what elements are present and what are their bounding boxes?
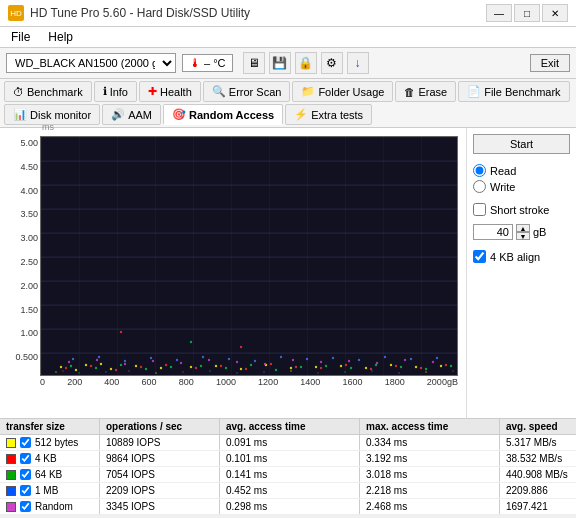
toolbar-icon-4[interactable]: ⚙ — [321, 52, 343, 74]
title-bar: HD HD Tune Pro 5.60 - Hard Disk/SSD Util… — [0, 0, 576, 27]
svg-point-22 — [365, 367, 367, 369]
svg-point-107 — [425, 371, 427, 373]
health-icon: ✚ — [148, 85, 157, 98]
read-label: Read — [490, 165, 516, 177]
svg-point-77 — [436, 357, 438, 359]
maximize-button[interactable]: □ — [514, 4, 540, 22]
svg-point-62 — [190, 341, 192, 343]
td-ops-3: 2209 IOPS — [100, 483, 220, 498]
toolbar-icon-download[interactable]: ↓ — [347, 52, 369, 74]
menu-help[interactable]: Help — [45, 29, 76, 45]
td-label-1: 4 KB — [0, 451, 100, 466]
temperature-display: 🌡 – °C — [182, 54, 233, 72]
svg-point-78 — [68, 361, 70, 363]
row-checkbox-3[interactable] — [20, 485, 31, 496]
tab-error-scan[interactable]: 🔍 Error Scan — [203, 81, 291, 102]
y-axis-unit: ms — [42, 122, 54, 132]
legend-color-4 — [6, 502, 16, 512]
spin-down-button[interactable]: ▼ — [516, 232, 530, 240]
x-label-800: 800 — [179, 377, 194, 387]
write-label: Write — [490, 181, 515, 193]
td-max-access-1: 3.192 ms — [360, 451, 500, 466]
y-label-100: 1.00 — [8, 328, 38, 338]
tab-benchmark[interactable]: ⏱ Benchmark — [4, 81, 92, 102]
svg-point-92 — [55, 371, 57, 373]
tab-aam[interactable]: 🔊 AAM — [102, 104, 161, 125]
row-checkbox-2[interactable] — [20, 469, 31, 480]
tab-folder-usage-label: Folder Usage — [318, 86, 384, 98]
write-radio-label[interactable]: Write — [473, 180, 570, 193]
start-button[interactable]: Start — [473, 134, 570, 154]
tab-disk-monitor-label: Disk monitor — [30, 109, 91, 121]
svg-point-27 — [100, 363, 102, 365]
tab-random-access[interactable]: 🎯 Random Access — [163, 104, 283, 125]
svg-point-83 — [208, 359, 210, 361]
y-label-450: 4.50 — [8, 162, 38, 172]
menu-file[interactable]: File — [8, 29, 33, 45]
read-radio-label[interactable]: Read — [473, 164, 570, 177]
read-radio[interactable] — [473, 164, 486, 177]
td-avg-speed-3: 2209.886 — [500, 483, 576, 498]
tab-health-label: Health — [160, 86, 192, 98]
svg-point-89 — [376, 362, 378, 364]
file-benchmark-icon: 📄 — [467, 85, 481, 98]
legend-color-1 — [6, 454, 16, 464]
benchmark-icon: ⏱ — [13, 86, 24, 98]
tab-benchmark-label: Benchmark — [27, 86, 83, 98]
stroke-value-input[interactable] — [473, 224, 513, 240]
svg-point-42 — [420, 367, 422, 369]
tab-erase[interactable]: 🗑 Erase — [395, 81, 456, 102]
row-checkbox-1[interactable] — [20, 453, 31, 464]
erase-icon: 🗑 — [404, 86, 415, 98]
write-radio[interactable] — [473, 180, 486, 193]
svg-point-88 — [348, 360, 350, 362]
spin-up-button[interactable]: ▲ — [516, 224, 530, 232]
svg-point-87 — [320, 361, 322, 363]
toolbar-icons: 🖥 💾 🔒 ⚙ ↓ — [243, 52, 369, 74]
svg-point-44 — [120, 331, 122, 333]
tab-info[interactable]: ℹ Info — [94, 81, 137, 102]
row-checkbox-4[interactable] — [20, 501, 31, 512]
svg-point-54 — [275, 369, 277, 371]
x-label-1400: 1400 — [300, 377, 320, 387]
toolbar-icon-1[interactable]: 🖥 — [243, 52, 265, 74]
tab-erase-label: Erase — [418, 86, 447, 98]
svg-point-67 — [176, 359, 178, 361]
toolbar-icon-3[interactable]: 🔒 — [295, 52, 317, 74]
tab-file-benchmark-label: File Benchmark — [484, 86, 560, 98]
table-row: 64 KB 7054 IOPS 0.141 ms 3.018 ms 440.90… — [0, 467, 576, 483]
short-stroke-label[interactable]: Short stroke — [473, 203, 570, 216]
legend-color-0 — [6, 438, 16, 448]
x-label-200: 200 — [67, 377, 82, 387]
y-label-250: 2.50 — [8, 257, 38, 267]
table-row: 512 bytes 10889 IOPS 0.091 ms 0.334 ms 5… — [0, 435, 576, 451]
disk-select[interactable]: WD_BLACK AN1500 (2000 gB) — [6, 53, 176, 73]
align-checkbox-label[interactable]: 4 KB align — [473, 250, 570, 263]
svg-point-49 — [145, 368, 147, 370]
align-checkbox[interactable] — [473, 250, 486, 263]
svg-point-43 — [445, 364, 447, 366]
close-button[interactable]: ✕ — [542, 4, 568, 22]
y-label-400: 4.00 — [8, 186, 38, 196]
tab-folder-usage[interactable]: 📁 Folder Usage — [292, 81, 393, 102]
y-label-300: 3.00 — [8, 233, 38, 243]
svg-point-19 — [290, 367, 292, 369]
td-avg-access-4: 0.298 ms — [220, 499, 360, 514]
svg-point-63 — [72, 358, 74, 360]
row-checkbox-0[interactable] — [20, 437, 31, 448]
error-scan-icon: 🔍 — [212, 85, 226, 98]
exit-button[interactable]: Exit — [530, 54, 570, 72]
toolbar-icon-2[interactable]: 💾 — [269, 52, 291, 74]
minimize-button[interactable]: — — [486, 4, 512, 22]
svg-point-35 — [245, 368, 247, 370]
svg-point-85 — [264, 363, 266, 365]
tab-health[interactable]: ✚ Health — [139, 81, 201, 102]
tab-file-benchmark[interactable]: 📄 File Benchmark — [458, 81, 569, 102]
svg-point-56 — [325, 365, 327, 367]
tab-extra-tests-label: Extra tests — [311, 109, 363, 121]
tab-extra-tests[interactable]: ⚡ Extra tests — [285, 104, 372, 125]
svg-point-15 — [190, 366, 192, 368]
short-stroke-checkbox[interactable] — [473, 203, 486, 216]
svg-point-60 — [425, 368, 427, 370]
svg-point-45 — [240, 346, 242, 348]
